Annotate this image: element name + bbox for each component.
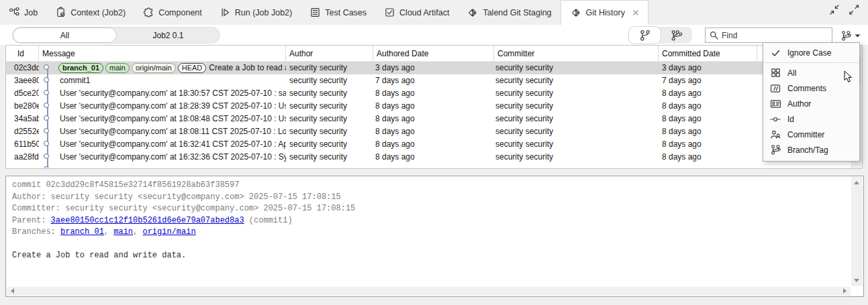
tab-label: Git History	[586, 8, 625, 17]
table-row[interactable]: aa28fd4User 'security@company.com' at 16…	[6, 151, 862, 164]
scroll-down-arrow-icon[interactable]	[854, 279, 859, 282]
parent-commit-link[interactable]: 3aee80150cc1c12f10b5261d6e6e79a07abed8a3	[51, 216, 244, 225]
author-cell: security security	[286, 138, 373, 151]
commit-message-text: User 'security@company.com' at 18:30:57 …	[60, 87, 286, 100]
menu-item-label: Committer	[787, 130, 824, 139]
detail-vertical-scrollbar[interactable]	[851, 177, 863, 286]
menu-item-id[interactable]: Id	[763, 111, 859, 127]
tab-label: Job	[24, 8, 38, 17]
commit-message-text: User 'security@company.com' at 16:32:41 …	[60, 138, 286, 151]
table-row[interactable]	[6, 164, 862, 169]
table-row[interactable]: 3aee801commit1security security7 days ag…	[6, 74, 862, 87]
table-row[interactable]: 02c3dd2branch_01mainorigin/mainHEADCreat…	[6, 62, 862, 74]
tab-label: Component	[158, 8, 202, 17]
tab-run-job-job2-[interactable]: Run (Job Job2)	[211, 0, 301, 25]
committed-date-cell: 7 days ago	[659, 74, 757, 87]
maximize-icon[interactable]	[849, 5, 860, 15]
scroll-up-arrow-icon[interactable]	[854, 181, 859, 184]
commit-id-cell: 3aee801	[6, 74, 39, 87]
tab-test-cases[interactable]: Test Cases	[301, 0, 375, 25]
commit-graph	[39, 151, 58, 164]
tab-job[interactable]: Job	[0, 0, 46, 25]
menu-item-label: Author	[787, 99, 811, 109]
authored-date-cell: 8 days ago	[373, 151, 494, 164]
author-cell	[286, 164, 373, 169]
branch-link[interactable]: branch_01	[60, 227, 104, 237]
branch-link[interactable]: origin/main	[142, 227, 195, 237]
context-clipboard-icon	[55, 7, 66, 18]
cloud-artifact-icon	[384, 7, 395, 18]
test-cases-list-icon	[309, 7, 321, 18]
close-icon[interactable]	[632, 9, 639, 16]
grid-icon	[763, 68, 787, 78]
branch-full-button[interactable]	[661, 27, 692, 44]
commit-message-text: User 'security@company.com' at 18:28:39 …	[60, 100, 286, 113]
detail-horizontal-scrollbar[interactable]	[7, 287, 851, 296]
table-row[interactable]: 34a5ab5User 'security@company.com' at 18…	[6, 113, 862, 125]
commit-table: IdMessageAuthorAuthored DateCommitterCom…	[5, 45, 863, 169]
restore-icon[interactable]	[829, 5, 840, 15]
table-row[interactable]: 611b500User 'security@company.com' at 16…	[6, 138, 862, 151]
menu-item-label: Branch/Tag	[787, 145, 828, 155]
component-puzzle-icon	[143, 7, 154, 18]
branch-simple-icon	[639, 29, 651, 42]
author-cell: security security	[286, 151, 373, 164]
tab-cloud-artifact[interactable]: Cloud Artifact	[375, 0, 458, 25]
scroll-right-arrow-icon[interactable]	[843, 288, 847, 294]
branch-simple-button[interactable]	[629, 27, 661, 44]
committed-date-cell: 8 days ago	[659, 100, 757, 113]
table-row[interactable]: d5ce20cUser 'security@company.com' at 18…	[6, 87, 862, 100]
column-header-author[interactable]: Author	[286, 46, 373, 61]
menu-item-label: Comments	[787, 84, 826, 93]
branch-link[interactable]: main	[113, 227, 133, 237]
menu-item-branch-tag[interactable]: Branch/Tag	[763, 142, 859, 158]
commit-id-cell: 02c3dd2	[6, 62, 39, 74]
author-card-icon	[763, 99, 787, 109]
authored-date-cell: 3 days ago	[373, 62, 494, 74]
filter-dropdown-button[interactable]	[837, 27, 864, 44]
find-input[interactable]	[722, 31, 832, 40]
scope-toggle-all[interactable]: All	[13, 27, 117, 43]
commit-graph	[39, 87, 58, 100]
git-diamond-icon	[467, 7, 479, 19]
branch-tag: branch_01	[58, 63, 103, 73]
git-diamond-icon	[570, 7, 582, 19]
commit-id-cell: 34a5ab5	[6, 113, 39, 125]
commit-node-icon	[44, 154, 49, 159]
committer-cell: security security	[494, 100, 659, 113]
scroll-left-arrow-icon[interactable]	[11, 288, 14, 294]
table-row[interactable]: be280e7User 'security@company.com' at 18…	[6, 100, 862, 113]
commit-message-cell: User 'security@company.com' at 18:08:11 …	[39, 125, 286, 138]
column-header-committed-date[interactable]: Committed Date	[659, 46, 757, 61]
branch-tag-icon	[840, 30, 852, 42]
commit-graph	[39, 125, 58, 138]
commit-node-icon	[44, 90, 49, 95]
tab-git-history[interactable]: Git History	[561, 0, 648, 25]
column-header-id[interactable]: Id	[6, 46, 39, 61]
commit-node-icon	[44, 128, 49, 133]
column-header-authored-date[interactable]: Authored Date	[373, 46, 494, 61]
committed-date-cell: 8 days ago	[659, 151, 757, 164]
author-cell: security security	[286, 100, 373, 113]
authored-date-cell: 8 days ago	[373, 125, 494, 138]
tab-talend-git-staging[interactable]: Talend Git Staging	[458, 0, 560, 25]
commit-id-icon	[763, 114, 787, 125]
commit-graph	[39, 74, 58, 87]
committed-date-cell	[659, 164, 757, 169]
tab-component[interactable]: Component	[134, 0, 211, 25]
menu-item-ignore-case[interactable]: Ignore Case	[763, 46, 859, 60]
committer-icon	[763, 129, 787, 139]
column-header-committer[interactable]: Committer	[494, 46, 659, 61]
scope-toggle-job2-0-1[interactable]: Job2 0.1	[117, 27, 220, 43]
commit-node-icon	[44, 115, 49, 121]
column-header-message[interactable]: Message	[39, 46, 286, 61]
tab-context-job2-[interactable]: Context (Job2)	[46, 0, 134, 25]
commit-message-cell: User 'security@company.com' at 18:08:48 …	[39, 113, 286, 125]
table-row[interactable]: d2552e1User 'security@company.com' at 18…	[6, 125, 862, 138]
commit-id-cell: be280e7	[6, 100, 39, 113]
tab-label: Cloud Artifact	[399, 8, 449, 17]
menu-item-author[interactable]: Author	[763, 96, 859, 111]
tab-label: Context (Job2)	[70, 8, 126, 17]
menu-item-committer[interactable]: Committer	[763, 127, 859, 142]
commit-graph	[39, 62, 58, 74]
